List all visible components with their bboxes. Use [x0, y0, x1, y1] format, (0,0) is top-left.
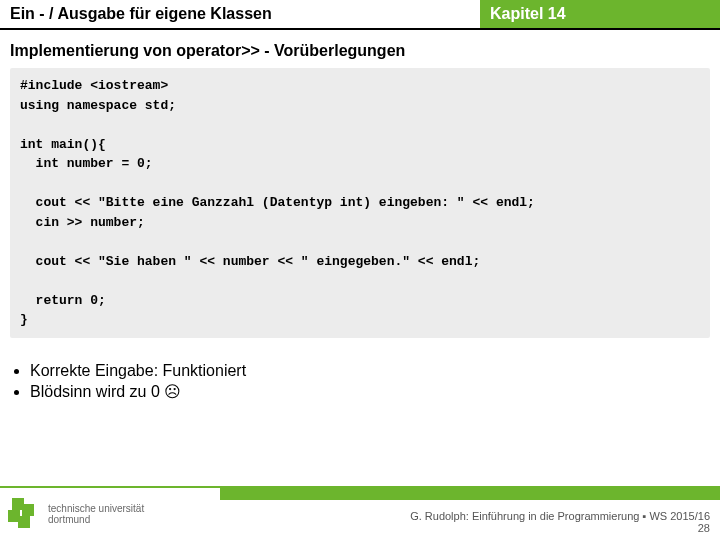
university-name-line2: dortmund — [48, 514, 144, 525]
header-title-left: Ein - / Ausgabe für eigene Klassen — [0, 0, 480, 28]
slide-subtitle: Implementierung von operator>> - Vorüber… — [0, 30, 720, 68]
slide-header: Ein - / Ausgabe für eigene Klassen Kapit… — [0, 0, 720, 30]
bullet-list: Korrekte Eingabe: Funktioniert Blödsinn … — [0, 338, 720, 401]
code-block: #include <iostream> using namespace std;… — [10, 68, 710, 338]
header-title-right: Kapitel 14 — [480, 0, 720, 28]
university-name-line1: technische universität — [48, 503, 144, 514]
slide-footer: technische universität dortmund G. Rudol… — [0, 488, 720, 540]
university-logo: technische universität dortmund — [0, 488, 220, 540]
footer-credit: G. Rudolph: Einführung in die Programmie… — [410, 510, 710, 534]
tu-logo-icon — [8, 498, 40, 530]
page-number: 28 — [410, 522, 710, 534]
bullet-item: Korrekte Eingabe: Funktioniert — [30, 362, 690, 380]
university-name: technische universität dortmund — [48, 503, 144, 525]
bullet-item: Blödsinn wird zu 0 ☹ — [30, 382, 690, 401]
credit-text: G. Rudolph: Einführung in die Programmie… — [410, 510, 710, 522]
